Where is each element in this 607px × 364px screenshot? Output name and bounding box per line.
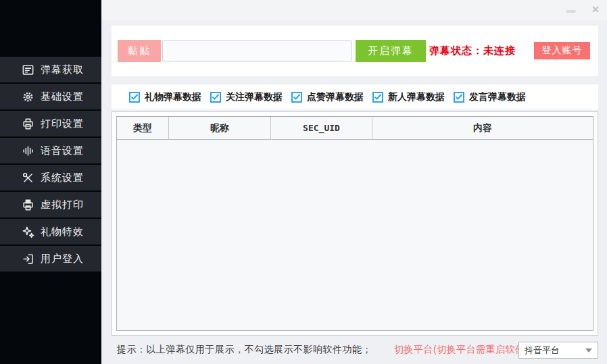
sidebar-item-gift-effects[interactable]: 礼物特效 xyxy=(0,219,101,246)
danmaku-list-icon xyxy=(21,63,34,76)
sidebar-item-voice-settings[interactable]: 语音设置 xyxy=(0,138,101,165)
filter-label: 礼物弹幕数据 xyxy=(145,91,201,103)
voice-wave-icon xyxy=(21,144,34,157)
start-danmaku-button[interactable]: 开启弹幕 xyxy=(356,40,426,62)
checkbox-like-danmaku[interactable]: 点赞弹幕数据 xyxy=(291,84,364,109)
table-body-empty xyxy=(117,140,593,330)
toolbar-card: 黏贴 开启弹幕 弹幕状态：未连接 登入账号 xyxy=(112,26,598,76)
main-area: × 黏贴 开启弹幕 弹幕状态：未连接 登入账号 礼物弹幕数据 关注弹幕数据 点赞… xyxy=(101,0,607,364)
sidebar-item-user-login[interactable]: 用户登入 xyxy=(0,246,101,273)
sidebar-item-label: 礼物特效 xyxy=(41,226,84,238)
chevron-down-icon xyxy=(585,348,592,353)
virtual-printer-icon xyxy=(21,198,34,211)
sidebar-item-label: 系统设置 xyxy=(41,172,84,184)
login-account-button[interactable]: 登入账号 xyxy=(534,42,590,59)
minimize-icon[interactable] xyxy=(566,10,576,13)
checkbox-checked-icon[interactable] xyxy=(129,92,140,103)
column-header-nickname: 昵称 xyxy=(169,117,271,139)
room-url-input[interactable] xyxy=(162,41,351,61)
sidebar-item-label: 虚拟打印 xyxy=(41,199,84,211)
sidebar-nav: 弹幕获取 基础设置 打印设置 语音设置 xyxy=(0,57,101,273)
tools-icon xyxy=(21,171,34,184)
table-header-row: 类型 昵称 SEC_UID 内容 xyxy=(117,117,593,140)
column-header-type: 类型 xyxy=(117,117,169,139)
login-icon xyxy=(21,252,34,265)
filter-label: 点赞弹幕数据 xyxy=(307,91,364,103)
footer-tip-text: 提示：以上弹幕仅用于展示，不勾选展示不影响软件功能； xyxy=(117,344,372,356)
filter-label: 新人弹幕数据 xyxy=(388,91,445,103)
checkbox-checked-icon[interactable] xyxy=(210,92,221,103)
sidebar-item-label: 基础设置 xyxy=(41,90,84,103)
sidebar-item-label: 语音设置 xyxy=(41,145,84,157)
danmaku-status-text: 弹幕状态：未连接 xyxy=(429,40,516,62)
danmaku-table-panel: 类型 昵称 SEC_UID 内容 xyxy=(112,111,598,336)
sidebar-item-system-settings[interactable]: 系统设置 xyxy=(0,165,101,192)
sidebar-item-label: 弹幕获取 xyxy=(41,63,84,76)
printer-icon xyxy=(21,117,34,130)
platform-dropdown[interactable]: 抖音平台 xyxy=(518,342,598,359)
gear-icon xyxy=(21,90,34,103)
checkbox-follow-danmaku[interactable]: 关注弹幕数据 xyxy=(210,84,283,109)
danmaku-table: 类型 昵称 SEC_UID 内容 xyxy=(116,116,593,331)
sidebar-item-label: 打印设置 xyxy=(41,118,84,130)
checkbox-chat-danmaku[interactable]: 发言弹幕数据 xyxy=(454,84,526,109)
sidebar-item-virtual-print[interactable]: 虚拟打印 xyxy=(0,192,101,219)
platform-dropdown-value: 抖音平台 xyxy=(525,344,585,357)
column-header-sec-uid: SEC_UID xyxy=(271,117,372,139)
close-icon[interactable]: × xyxy=(588,2,603,17)
sidebar-item-danmaku-fetch[interactable]: 弹幕获取 xyxy=(0,57,101,84)
filter-label: 关注弹幕数据 xyxy=(226,91,283,103)
paste-button[interactable]: 黏贴 xyxy=(118,40,161,62)
checkbox-newcomer-danmaku[interactable]: 新人弹幕数据 xyxy=(372,84,445,109)
sidebar: 弹幕获取 基础设置 打印设置 语音设置 xyxy=(0,0,101,364)
sidebar-item-label: 用户登入 xyxy=(41,253,84,265)
sidebar-item-basic-settings[interactable]: 基础设置 xyxy=(0,84,101,111)
gift-star-icon xyxy=(21,225,34,238)
filters-card: 礼物弹幕数据 关注弹幕数据 点赞弹幕数据 新人弹幕数据 发言弹幕数据 xyxy=(112,84,598,109)
column-header-content: 内容 xyxy=(372,117,593,139)
filter-label: 发言弹幕数据 xyxy=(469,91,526,103)
switch-platform-link[interactable]: 切换平台(切换平台需重启软件) xyxy=(394,344,529,356)
checkbox-checked-icon[interactable] xyxy=(454,92,464,103)
checkbox-gift-danmaku[interactable]: 礼物弹幕数据 xyxy=(129,84,201,109)
titlebar: × xyxy=(101,0,607,20)
sidebar-item-print-settings[interactable]: 打印设置 xyxy=(0,111,101,138)
checkbox-checked-icon[interactable] xyxy=(291,92,302,103)
checkbox-checked-icon[interactable] xyxy=(372,92,383,103)
